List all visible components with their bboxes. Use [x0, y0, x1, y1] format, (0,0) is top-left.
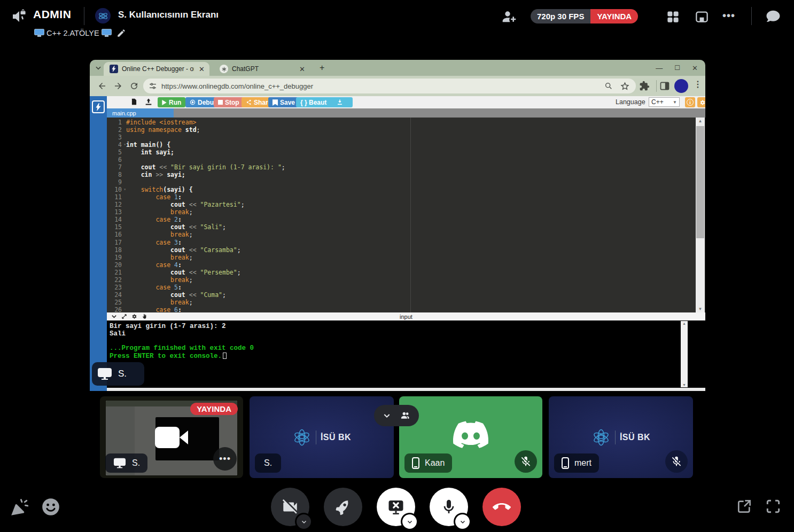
editor-tab-bar: main.cpp	[107, 108, 705, 118]
window-controls: — ☐ ✕	[656, 60, 698, 76]
settings-button[interactable]	[697, 97, 705, 107]
streamer-avatar[interactable]	[95, 8, 111, 24]
chatgpt-favicon	[220, 65, 228, 73]
gdb-sidebar	[90, 96, 107, 391]
browser-tab-active[interactable]: Online C++ Debugger - online ✕	[104, 62, 209, 76]
tab-close-icon[interactable]: ✕	[199, 65, 205, 73]
tile-more-options-icon[interactable]: •••	[213, 447, 237, 471]
gdb-toolbar: Run Debug Stop Share Save { } Beautify	[107, 96, 705, 108]
stream-options-chevron[interactable]	[402, 514, 417, 529]
activities-button[interactable]	[324, 488, 362, 526]
stream-status-badges: 720p 30 FPS YAYINDA	[531, 9, 638, 24]
discord-logo-icon	[448, 417, 494, 452]
mic-muted-icon	[520, 456, 532, 467]
presenter-name: S.	[118, 369, 127, 379]
tile-participant-mert[interactable]: İSÜ BK mert	[549, 396, 693, 478]
bookmark-star-icon[interactable]	[620, 82, 629, 91]
tab-title: ChatGPT	[232, 65, 294, 73]
tab-close-icon[interactable]: ✕	[299, 65, 305, 73]
stop-streaming-button[interactable]	[377, 488, 415, 526]
site-settings-icon[interactable]	[149, 82, 157, 90]
zoom-page-icon[interactable]	[604, 82, 613, 90]
browser-menu-icon[interactable]: ⋮	[694, 79, 704, 90]
muted-indicator	[515, 450, 537, 473]
extensions-icon[interactable]	[639, 81, 650, 91]
console-scrollbar[interactable]: ▲ ▼	[681, 321, 688, 387]
fullscreen-icon[interactable]	[765, 498, 782, 515]
mic-options-chevron[interactable]	[455, 514, 470, 529]
gdb-favicon	[110, 65, 118, 73]
tile-participant-kaan[interactable]: Kaan	[399, 396, 542, 478]
channel-row[interactable]: C++ 2.ATÖLYE	[34, 27, 126, 40]
add-member-icon[interactable]	[501, 9, 518, 26]
chevron-down-icon[interactable]	[383, 411, 391, 420]
popout-icon[interactable]	[736, 498, 753, 515]
new-file-icon[interactable]	[130, 97, 138, 106]
browser-tab[interactable]: ChatGPT ✕	[214, 62, 310, 76]
live-badge: YAYINDA	[190, 403, 238, 415]
chat-icon[interactable]	[765, 9, 781, 25]
info-button[interactable]: i	[685, 97, 695, 107]
console-input-label: input	[107, 314, 705, 320]
disconnect-button[interactable]	[482, 488, 521, 526]
soundboard-icon[interactable]	[10, 497, 30, 517]
back-icon[interactable]	[97, 81, 107, 91]
tile-stream-preview[interactable]: YAYINDA S. •••	[100, 396, 243, 478]
tile-name-pill: mert	[554, 453, 599, 473]
stop-button[interactable]: Stop	[214, 97, 244, 107]
editor-scrollbar[interactable]: ▲ ▼	[696, 118, 705, 312]
monitor-emoji-icon	[34, 29, 44, 37]
picture-in-picture-icon[interactable]	[695, 10, 709, 24]
camera-button[interactable]	[271, 488, 309, 526]
browser-profile-avatar[interactable]	[674, 79, 688, 93]
monitor-emoji-icon	[102, 29, 112, 37]
page-bottom-strip	[107, 388, 705, 391]
new-tab-icon[interactable]: +	[320, 63, 324, 73]
forward-icon[interactable]	[113, 81, 123, 91]
edit-pencil-icon[interactable]	[116, 28, 126, 38]
screen-share-stop-icon	[386, 497, 406, 517]
tile-name: S.	[264, 458, 272, 468]
mic-button[interactable]	[430, 488, 468, 526]
tiles-collapse-pill[interactable]	[374, 405, 419, 426]
mic-muted-icon	[671, 456, 682, 467]
live-badge: YAYINDA	[590, 9, 638, 24]
tile-name-pill: Kaan	[404, 453, 452, 473]
more-options-icon[interactable]: •••	[722, 10, 735, 22]
file-tab-main-cpp[interactable]: main.cpp	[107, 108, 174, 118]
run-button[interactable]: Run	[158, 97, 185, 107]
gdb-logo-icon[interactable]	[92, 100, 105, 113]
close-window-icon[interactable]: ✕	[692, 64, 698, 72]
tile-name-pill: S.	[255, 453, 281, 473]
reload-icon[interactable]	[129, 81, 139, 91]
divider	[751, 7, 752, 25]
maximize-icon[interactable]: ☐	[674, 64, 680, 72]
reactions-emoji-icon[interactable]	[41, 497, 61, 517]
language-select[interactable]: C++▼	[649, 97, 680, 107]
divider	[656, 80, 657, 92]
side-panel-icon[interactable]	[659, 81, 670, 91]
camera-options-chevron[interactable]	[297, 514, 311, 529]
address-bar[interactable]: https://www.onlinegdb.com/online_c++_deb…	[143, 79, 636, 93]
save-button[interactable]: Save	[268, 97, 299, 107]
mobile-device-icon	[412, 457, 419, 469]
tile-name-pill: S.	[105, 453, 147, 473]
grid-layout-icon[interactable]	[666, 10, 680, 24]
code-editor[interactable]: 1#include <iostream>2using namespace std…	[107, 118, 705, 312]
muted-indicator	[665, 450, 688, 473]
presenter-overlay-pill: S.	[92, 362, 144, 386]
screen-share-icon	[98, 368, 112, 380]
mobile-device-icon	[562, 457, 569, 469]
minimize-icon[interactable]: —	[656, 64, 663, 72]
download-button[interactable]	[327, 97, 353, 107]
screen-share-icon	[114, 458, 126, 468]
upload-project-icon[interactable]	[144, 97, 153, 106]
shared-screen: Online C++ Debugger - online ✕ ChatGPT ✕…	[90, 60, 705, 391]
scrollbar-thumb[interactable]	[696, 126, 704, 238]
program-console[interactable]: Bir sayi girin (1-7 arasi): 2Sali...Prog…	[107, 320, 705, 388]
tab-search-chevron-icon[interactable]	[95, 64, 102, 72]
tile-participant-s[interactable]: İSÜ BK S.	[250, 396, 394, 478]
video-camera-icon	[155, 427, 188, 448]
code-lines: 1#include <iostream>2using namespace std…	[107, 118, 705, 312]
participants-icon[interactable]	[400, 410, 410, 421]
